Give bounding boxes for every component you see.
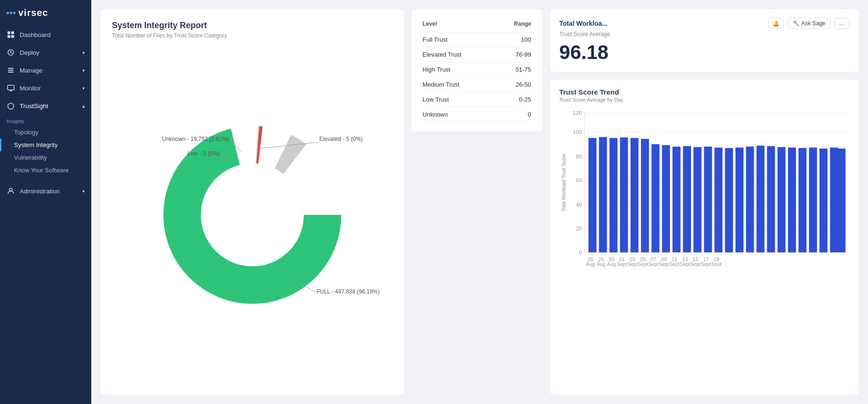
bar-25 xyxy=(837,148,845,252)
bar-22 xyxy=(809,147,817,252)
chevron-down-icon: ▾ xyxy=(82,50,85,55)
svg-text:26: 26 xyxy=(588,257,593,262)
trend-title: Trust Score Trend xyxy=(559,88,849,96)
admin-icon xyxy=(7,187,15,195)
bar-23 xyxy=(819,148,827,252)
sidebar-item-monitor[interactable]: Monitor ▾ xyxy=(0,79,91,97)
sidebar-item-dashboard[interactable]: Dashboard xyxy=(0,26,91,44)
deploy-icon xyxy=(7,48,15,57)
svg-text:120: 120 xyxy=(573,110,582,116)
trend-subtitle: Trust Score Average by Day xyxy=(559,97,849,103)
trust-level-cell: High Trust xyxy=(423,62,498,77)
right-panel: Total Workloa... 🔔 🔧 Ask Sage ... xyxy=(550,9,859,395)
bar-1 xyxy=(588,138,596,252)
svg-text:20: 20 xyxy=(576,226,582,231)
svg-point-9 xyxy=(9,188,12,191)
sidebar-item-label: Manage xyxy=(20,67,43,74)
svg-text:28: 28 xyxy=(598,257,603,262)
chevron-up-icon: ▴ xyxy=(82,103,85,109)
svg-rect-1 xyxy=(11,31,14,34)
svg-text:Aug: Aug xyxy=(586,262,595,267)
svg-text:30: 30 xyxy=(609,257,614,262)
trust-range-cell: 26-50 xyxy=(498,77,531,92)
sidebar-item-manage[interactable]: Manage ▾ xyxy=(0,61,91,79)
svg-text:11: 11 xyxy=(671,257,677,262)
svg-text:Sept: Sept xyxy=(669,262,679,267)
svg-text:09: 09 xyxy=(661,257,667,262)
svg-text:60: 60 xyxy=(576,177,582,183)
trend-chart: 0 20 40 60 80 100 120 Total Workload Tru… xyxy=(559,108,849,286)
sidebar-item-label: Monitor xyxy=(20,85,41,92)
score-card-header: Total Workloa... 🔔 🔧 Ask Sage ... xyxy=(559,18,849,29)
bar-10 xyxy=(683,146,691,252)
bar-24 xyxy=(830,147,838,252)
main-content: System Integrity Report Total Number of … xyxy=(91,0,868,404)
monitor-icon xyxy=(7,84,15,92)
trust-score-value: 96.18 xyxy=(559,41,849,64)
sidebar-item-vulnerability[interactable]: Vulnerability xyxy=(0,151,91,164)
svg-text:19: 19 xyxy=(714,257,719,262)
donut-full-trust xyxy=(182,145,323,285)
svg-text:Sept: Sept xyxy=(700,262,711,267)
trust-table-row: High Trust51-75 xyxy=(423,62,531,77)
donut-chart-container: Unknown - 19,752 (3.82%) Low - 2 (0%) El… xyxy=(112,46,393,383)
trust-range-cell: 0 xyxy=(498,107,531,122)
trust-level-cell: Unknown xyxy=(423,107,498,122)
sidebar: virsec Dashboard Deploy ▾ Manage ▾ Monit… xyxy=(0,0,91,404)
sidebar-item-topology[interactable]: Topology xyxy=(0,126,91,139)
sidebar-item-trustsight[interactable]: TrustSight ▴ xyxy=(0,97,91,115)
bar-3 xyxy=(609,138,617,252)
sidebar-item-administration[interactable]: Administration ▾ xyxy=(0,182,91,200)
svg-rect-5 xyxy=(8,68,14,69)
logo-icon xyxy=(7,12,15,14)
logo: virsec xyxy=(0,0,91,26)
label-low: Low - 2 (0%) xyxy=(188,150,220,157)
sub-nav-header: Insights xyxy=(0,115,91,126)
trust-level-cell: Elevated Trust xyxy=(423,47,498,62)
score-card-title: Total Workloa... xyxy=(559,20,608,27)
sidebar-item-deploy[interactable]: Deploy ▾ xyxy=(0,44,91,61)
trustsight-sub-nav: Insights Topology System Integrity Vulne… xyxy=(0,115,91,176)
trust-level-cell: Medium Trust xyxy=(423,77,498,92)
score-card: Total Workloa... 🔔 🔧 Ask Sage ... xyxy=(550,9,859,72)
more-options-button[interactable]: ... xyxy=(834,18,849,29)
bar-15 xyxy=(735,147,743,252)
svg-text:03: 03 xyxy=(630,257,635,262)
bar-4 xyxy=(620,138,628,252)
panel-title: System Integrity Report xyxy=(112,21,393,30)
bell-icon: 🔔 xyxy=(772,20,780,27)
sidebar-item-know-your-software[interactable]: Know Your Software xyxy=(0,164,91,176)
svg-text:Sept: Sept xyxy=(711,262,721,267)
sidebar-item-label: Deploy xyxy=(20,49,39,56)
label-unknown: Unknown - 19,752 (3.82%) xyxy=(162,136,229,142)
bar-12 xyxy=(704,147,712,252)
svg-text:80: 80 xyxy=(576,154,582,159)
system-integrity-panel: System Integrity Report Total Number of … xyxy=(101,9,404,395)
svg-rect-7 xyxy=(8,72,14,73)
trust-table-row: Elevated Trust76-99 xyxy=(423,47,531,62)
ask-sage-button[interactable]: 🔧 Ask Sage xyxy=(787,18,831,29)
notification-button[interactable]: 🔔 xyxy=(768,18,784,29)
svg-rect-2 xyxy=(7,35,10,38)
svg-text:Sept: Sept xyxy=(617,262,627,267)
svg-text:100: 100 xyxy=(573,130,582,135)
trust-table-row: Medium Trust26-50 xyxy=(423,77,531,92)
sidebar-item-label: Dashboard xyxy=(20,31,51,38)
trust-level-cell: Low Trust xyxy=(423,92,498,107)
chevron-down-icon: ▾ xyxy=(82,68,85,73)
svg-text:07: 07 xyxy=(650,257,656,262)
label-elevated: Elevated - 5 (0%) xyxy=(319,136,363,142)
svg-text:01: 01 xyxy=(619,257,625,262)
trustsight-icon xyxy=(7,102,15,110)
bar-21 xyxy=(798,148,806,252)
sidebar-item-system-integrity[interactable]: System Integrity xyxy=(0,139,91,151)
bar-5 xyxy=(630,138,638,252)
panel-subtitle: Total Number of Files by Trust Score Cat… xyxy=(112,32,393,39)
bar-14 xyxy=(725,148,733,252)
svg-text:Sept: Sept xyxy=(690,262,700,267)
trust-range-cell: 76-99 xyxy=(498,47,531,62)
col-range-header: Range xyxy=(498,19,531,32)
bar-16 xyxy=(746,147,754,252)
bar-11 xyxy=(693,147,701,252)
svg-text:Sept: Sept xyxy=(638,262,648,267)
